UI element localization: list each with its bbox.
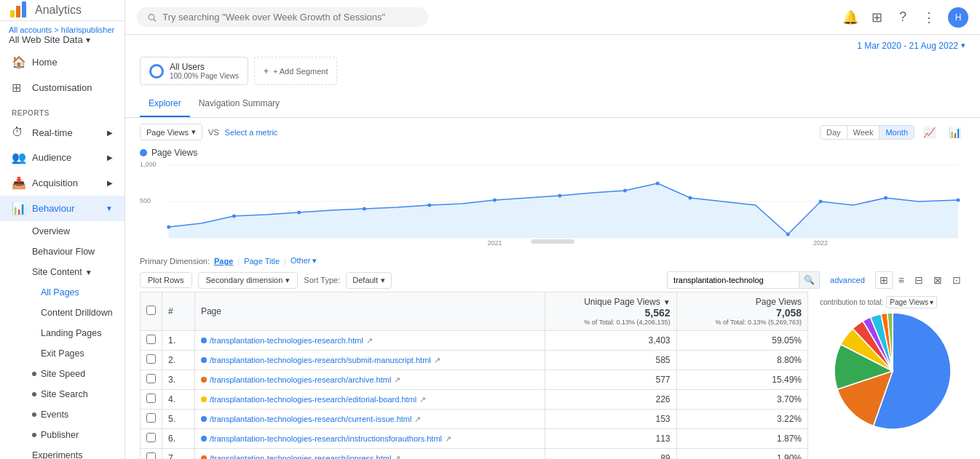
list-view-icon[interactable]: ≡ [894, 271, 909, 289]
gran-week[interactable]: Week [847, 126, 880, 139]
page-link[interactable]: /transplantation-technologies-research/i… [210, 434, 442, 443]
th-page: Page [194, 292, 545, 331]
search-box[interactable] [137, 7, 428, 27]
sort-type-button[interactable]: Default ▾ [346, 272, 392, 289]
row-unique: 113 [545, 429, 676, 449]
notifications-icon[interactable]: 🔔 [843, 10, 858, 25]
page-link[interactable]: /transplantation-technologies-research/c… [210, 415, 412, 423]
export-icon[interactable]: ↗ [414, 415, 421, 424]
page-color-dot [201, 455, 207, 459]
sidebar-sub-site-content[interactable]: Site Content ▼ [32, 262, 125, 282]
row-unique: 3,403 [545, 331, 676, 351]
table-search-input[interactable] [668, 273, 799, 287]
date-range-arrow[interactable]: ▾ [961, 41, 965, 51]
select-metric-link[interactable]: Select a metric [225, 128, 278, 137]
dim-page[interactable]: Page [214, 257, 233, 266]
plot-rows-button[interactable]: Plot Rows [140, 272, 192, 288]
behaviour-icon: 📊 [12, 201, 25, 215]
dim-page-title[interactable]: Page Title [244, 257, 280, 266]
behaviour-expand-icon: ▼ [106, 204, 113, 212]
sidebar-sub-publisher[interactable]: Publisher [32, 425, 125, 445]
tab-navigation-summary[interactable]: Navigation Summary [190, 91, 288, 117]
page-link[interactable]: /transplantation-technologies-research/e… [210, 395, 416, 404]
gran-month[interactable]: Month [880, 126, 914, 139]
pie-dropdown[interactable]: Page Views ▾ [886, 296, 937, 308]
page-link[interactable]: /transplantation-technologies-research/s… [210, 356, 431, 364]
sidebar-item-audience[interactable]: 👥 Audience ▶ [0, 145, 125, 170]
grid-view-icon[interactable]: ⊞ [875, 271, 893, 289]
page-link[interactable]: /transplantation-technologies-research/i… [210, 454, 391, 459]
pie-svg [834, 313, 951, 429]
row-num: 5. [162, 410, 195, 429]
line-chart-icon[interactable]: 📈 [919, 124, 940, 140]
acquisition-icon: 📥 [12, 176, 25, 190]
table-search-submit[interactable]: 🔍 [799, 272, 819, 288]
apps-icon[interactable]: ⊞ [869, 10, 884, 25]
help-icon[interactable]: ? [896, 10, 910, 25]
avatar[interactable]: H [948, 7, 968, 28]
view-selector[interactable]: All Web Site Data ▾ [9, 34, 116, 45]
export-icon[interactable]: ↗ [445, 434, 451, 444]
date-range[interactable]: 1 Mar 2020 - 21 Aug 2022 [857, 41, 958, 51]
dim-other[interactable]: Other ▾ [291, 256, 317, 266]
row-pct: 3.22% [676, 410, 807, 429]
sidebar-sub-landing-pages[interactable]: Landing Pages [41, 323, 125, 343]
row-select-checkbox[interactable] [146, 335, 156, 344]
chart-legend: Page Views [125, 146, 980, 158]
export-icon[interactable]: ↗ [394, 454, 400, 460]
table-toolbar: Plot Rows Secondary dimension ▾ Sort Typ… [125, 268, 980, 292]
row-page: /transplantation-technologies-research/i… [194, 429, 545, 449]
sidebar-sub-exit-pages[interactable]: Exit Pages [41, 343, 125, 364]
metric-dropdown[interactable]: Page Views ▾ [140, 124, 202, 140]
export-icon[interactable]: ↗ [434, 356, 440, 365]
unique-sort-arrow: ▼ [663, 298, 671, 306]
sidebar-sub-site-search[interactable]: Site Search [32, 384, 125, 404]
compare-view-icon[interactable]: ⊟ [910, 271, 928, 289]
more-icon[interactable]: ⋮ [922, 10, 936, 25]
sidebar-sub-events[interactable]: Events [32, 404, 125, 425]
all-users-chip[interactable]: All Users 100.00% Page Views [140, 57, 248, 85]
gran-day[interactable]: Day [821, 126, 847, 139]
row-select-checkbox[interactable] [146, 394, 156, 403]
row-select-checkbox[interactable] [146, 413, 156, 423]
sidebar-sub-experiments[interactable]: Experiments [32, 445, 125, 459]
sidebar-sub-overview[interactable]: Overview [32, 221, 125, 242]
bar-chart-icon[interactable]: 📊 [944, 124, 965, 140]
pivot-view-icon[interactable]: ⊠ [929, 271, 947, 289]
search-input[interactable] [162, 12, 418, 23]
row-select-checkbox[interactable] [146, 354, 156, 364]
topbar-actions: 🔔 ⊞ ? ⋮ H [843, 7, 968, 28]
sort-arrow: ▾ [381, 276, 385, 285]
dp-10 [689, 196, 692, 200]
sidebar-item-behaviour[interactable]: 📊 Behaviour ▼ [0, 196, 125, 221]
sidebar-sub-site-speed[interactable]: Site Speed [32, 364, 125, 384]
page-link[interactable]: /transplantation-technologies-research/a… [210, 375, 391, 384]
th-num: # [162, 292, 195, 331]
sidebar-sub-content-drilldown[interactable]: Content Drilldown [41, 303, 125, 323]
row-select-checkbox[interactable] [146, 374, 156, 383]
select-all-checkbox[interactable] [146, 306, 156, 315]
sidebar-item-acquisition[interactable]: 📥 Acquisition ▶ [0, 170, 125, 196]
sidebar-sub-all-pages[interactable]: All Pages [41, 282, 125, 303]
events-bullet [32, 412, 36, 417]
tab-explorer[interactable]: Explorer [140, 91, 190, 117]
export-icon[interactable]: ↗ [394, 375, 400, 385]
export-icon[interactable]: ↗ [366, 336, 373, 346]
logo-icon [9, 0, 29, 20]
site-speed-bullet [32, 372, 36, 376]
page-link[interactable]: /transplantation-technologies-research.h… [210, 336, 363, 345]
y-label-1000: 1,000 [140, 161, 156, 168]
row-select-checkbox[interactable] [146, 452, 156, 459]
sidebar-item-realtime[interactable]: ⏱ Real-time ▶ [0, 120, 125, 145]
secondary-dimension-button[interactable]: Secondary dimension ▾ [198, 272, 299, 289]
sidebar-sub-behaviour-flow[interactable]: Behaviour Flow [32, 242, 125, 262]
add-segment-button[interactable]: + + Add Segment [254, 57, 338, 85]
sidebar-item-customisation[interactable]: ⊞ Customisation [0, 75, 125, 100]
scroll-indicator[interactable] [531, 239, 574, 244]
sidebar-item-home[interactable]: 🏠 Home [0, 49, 125, 75]
export-icon[interactable]: ↗ [419, 395, 426, 404]
advanced-button[interactable]: advanced [826, 273, 869, 287]
custom-view-icon[interactable]: ⊡ [948, 271, 965, 289]
row-select-checkbox[interactable] [146, 433, 156, 442]
breadcrumb-path[interactable]: All accounts > hilarispublisher [9, 25, 116, 34]
